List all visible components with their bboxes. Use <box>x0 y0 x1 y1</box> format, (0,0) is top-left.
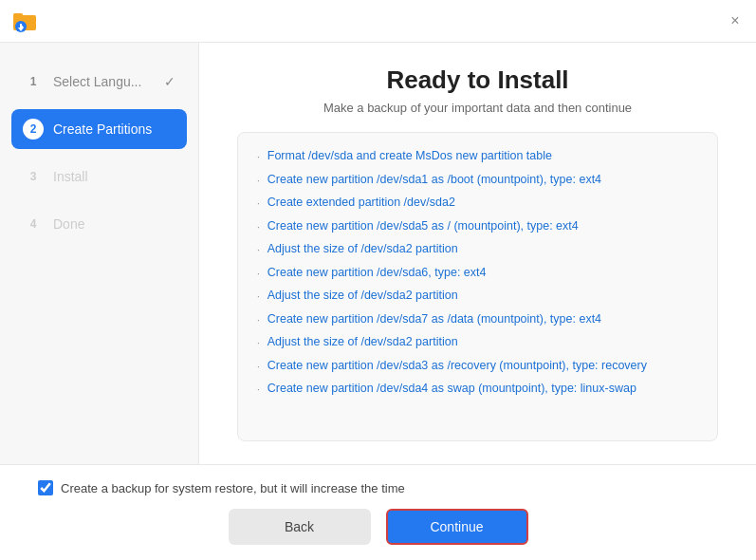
bullet-icon: · <box>257 361 260 374</box>
bullet-icon: · <box>257 314 260 327</box>
list-item: ·Create new partition /dev/sda1 as /boot… <box>257 172 698 189</box>
check-icon-1: ✓ <box>164 74 175 89</box>
list-item: ·Adjust the size of /dev/sda2 partition <box>257 241 698 258</box>
svg-rect-4 <box>20 24 22 28</box>
footer: Create a backup for system restore, but … <box>0 464 756 560</box>
page-subtitle: Make a backup of your important data and… <box>237 101 718 115</box>
backup-checkbox-label: Create a backup for system restore, but … <box>61 481 405 495</box>
close-button[interactable]: × <box>726 11 745 30</box>
title-bar: × <box>0 0 756 43</box>
step-number-4: 4 <box>23 214 44 234</box>
step-label-3: Install <box>53 169 175 184</box>
backup-checkbox[interactable] <box>38 480 53 495</box>
page-title: Ready to Install <box>237 65 718 95</box>
bullet-icon: · <box>257 175 260 188</box>
backup-checkbox-row: Create a backup for system restore, but … <box>38 480 718 495</box>
list-item: ·Format /dev/sda and create MsDos new pa… <box>257 148 698 165</box>
list-item: ·Create extended partition /dev/sda2 <box>257 195 698 212</box>
list-item: ·Create new partition /dev/sda3 as /reco… <box>257 358 698 375</box>
title-bar-left <box>11 8 38 34</box>
sidebar-item-done: 4 Done <box>11 204 187 244</box>
bullet-icon: · <box>257 221 260 234</box>
step-label-1: Select Langu... <box>53 74 155 89</box>
list-item: ·Adjust the size of /dev/sda2 partition <box>257 334 698 351</box>
partition-list: ·Format /dev/sda and create MsDos new pa… <box>237 132 718 441</box>
continue-button[interactable]: Continue <box>386 509 528 545</box>
bullet-icon: · <box>257 337 260 350</box>
step-number-2: 2 <box>23 119 44 140</box>
bullet-icon: · <box>257 290 260 304</box>
svg-rect-1 <box>13 13 23 18</box>
content-area: Ready to Install Make a backup of your i… <box>199 43 756 464</box>
list-item: ·Create new partition /dev/sda4 as swap … <box>257 381 698 398</box>
step-number-3: 3 <box>23 166 44 187</box>
list-item: ·Create new partition /dev/sda7 as /data… <box>257 311 698 328</box>
bullet-icon: · <box>257 268 260 281</box>
bullet-icon: · <box>257 383 260 397</box>
back-button[interactable]: Back <box>229 509 371 545</box>
bullet-icon: · <box>257 197 260 211</box>
list-item: ·Create new partition /dev/sda6, type: e… <box>257 265 698 282</box>
button-row: Back Continue <box>38 509 718 545</box>
list-item: ·Create new partition /dev/sda5 as / (mo… <box>257 218 698 235</box>
sidebar-item-create-partitions[interactable]: 2 Create Partitions <box>11 109 187 149</box>
step-label-4: Done <box>53 216 175 232</box>
bullet-icon: · <box>257 151 260 164</box>
sidebar-item-select-language[interactable]: 1 Select Langu... ✓ <box>11 62 187 102</box>
sidebar-item-install: 3 Install <box>11 157 187 196</box>
list-item: ·Adjust the size of /dev/sda2 partition <box>257 288 698 305</box>
app-icon <box>11 8 38 34</box>
main-window: × 1 Select Langu... ✓ 2 Create Partition… <box>0 0 756 560</box>
main-content: 1 Select Langu... ✓ 2 Create Partitions … <box>0 43 756 464</box>
bullet-icon: · <box>257 244 260 257</box>
step-number-1: 1 <box>23 71 44 92</box>
sidebar: 1 Select Langu... ✓ 2 Create Partitions … <box>0 43 199 464</box>
step-label-2: Create Partitions <box>53 121 175 137</box>
